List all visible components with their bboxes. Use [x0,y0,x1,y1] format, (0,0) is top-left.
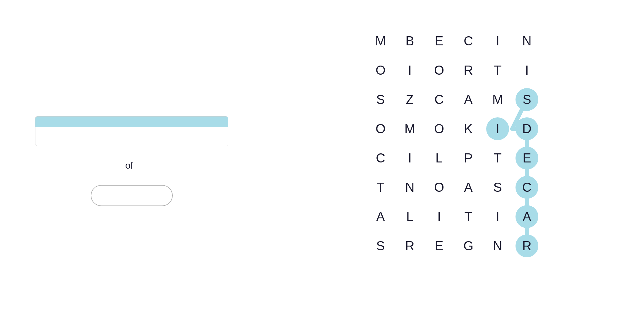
grid-cell[interactable]: A [366,202,395,231]
theme-card [35,116,228,146]
grid-cell[interactable]: T [483,56,512,85]
grid-cell[interactable]: I [424,202,454,231]
grid-cell[interactable]: N [483,231,512,261]
grid-cell[interactable]: C [366,143,395,173]
grid-cell[interactable]: L [395,202,424,231]
grid-wrapper: MBECINOIORTISZCAMSOMOKIDCILPTETNOASCALIT… [366,26,542,261]
grid-cell[interactable]: E [424,26,454,56]
grid-cell[interactable]: S [483,173,512,202]
words-found-text: of [123,160,141,171]
grid-cell[interactable]: N [512,26,542,56]
grid-cell[interactable]: L [424,143,454,173]
grid-cell[interactable]: T [483,143,512,173]
grid-cell[interactable]: A [454,173,483,202]
grid-cell[interactable]: O [424,114,454,143]
highlighted-cell[interactable]: S [515,88,538,111]
grid-cell[interactable]: M [395,114,424,143]
grid-cell[interactable]: S [366,85,395,114]
grid-cell[interactable]: M [366,26,395,56]
grid-cell[interactable]: O [424,56,454,85]
grid-cell[interactable]: D [512,114,542,143]
right-panel: MBECINOIORTISZCAMSOMOKIDCILPTETNOASCALIT… [263,0,644,322]
grid-cell[interactable]: I [483,26,512,56]
grid-cell[interactable]: R [454,56,483,85]
highlighted-cell[interactable]: I [486,117,509,140]
grid-cell[interactable]: I [483,114,512,143]
grid-cell[interactable]: B [395,26,424,56]
grid-cell[interactable]: I [512,56,542,85]
grid-cell[interactable]: A [454,85,483,114]
grid-cell[interactable]: S [366,231,395,261]
grid-cell[interactable]: S [512,85,542,114]
highlighted-cell[interactable]: C [515,176,538,199]
grid-cell[interactable]: T [366,173,395,202]
grid-cell[interactable]: O [366,56,395,85]
grid-cell[interactable]: R [512,231,542,261]
grid-cell[interactable]: G [454,231,483,261]
grid-cell[interactable]: E [512,143,542,173]
grid-cell[interactable]: I [395,56,424,85]
grid-cell[interactable]: O [424,173,454,202]
hint-button[interactable] [91,185,173,206]
grid-cell[interactable]: T [454,202,483,231]
grid-cell[interactable]: E [424,231,454,261]
grid-cell[interactable]: A [512,202,542,231]
grid-cell[interactable]: C [454,26,483,56]
grid-cell[interactable]: P [454,143,483,173]
grid-cell[interactable]: N [395,173,424,202]
grid-cell[interactable]: R [395,231,424,261]
grid: MBECINOIORTISZCAMSOMOKIDCILPTETNOASCALIT… [366,26,542,261]
left-panel: of [0,0,263,322]
highlighted-cell[interactable]: A [515,205,538,228]
grid-cell[interactable]: C [424,85,454,114]
highlighted-cell[interactable]: D [515,117,538,140]
grid-cell[interactable]: C [512,173,542,202]
theme-card-header [35,117,228,127]
highlighted-cell[interactable]: R [515,234,538,257]
grid-cell[interactable]: Z [395,85,424,114]
main-container: of [0,0,644,322]
grid-cell[interactable]: I [395,143,424,173]
grid-cell[interactable]: M [483,85,512,114]
highlighted-cell[interactable]: E [515,147,538,169]
grid-cell[interactable]: I [483,202,512,231]
grid-cell[interactable]: O [366,114,395,143]
grid-cell[interactable]: K [454,114,483,143]
theme-card-body [35,127,228,146]
